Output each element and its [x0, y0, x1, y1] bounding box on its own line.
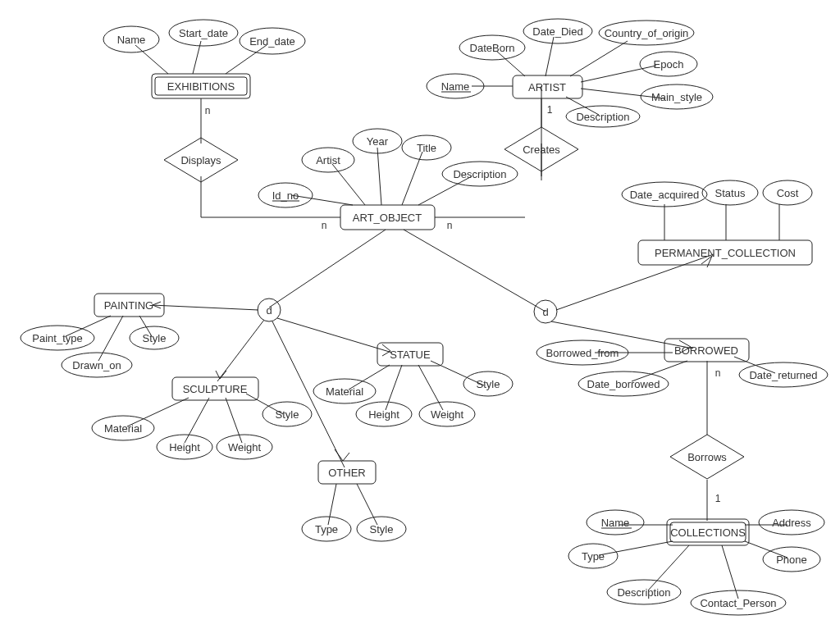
disjoint-2-label: d: [542, 306, 548, 318]
entity-other-label: OTHER: [328, 467, 366, 479]
attr-ao-idno-label: Id_no: [272, 189, 299, 202]
edge: [570, 41, 628, 76]
edge: [277, 318, 392, 353]
edge: [226, 398, 242, 443]
attr-exh-end-label: End_date: [249, 35, 295, 48]
card-collections-1: 1: [715, 493, 721, 504]
attr-st-weight-label: Weight: [431, 408, 464, 421]
attr-exh-start-label: Start_date: [179, 27, 228, 39]
entity-painting-label: PAINTING: [104, 299, 153, 312]
edge: [551, 321, 693, 349]
edge: [98, 316, 123, 361]
entity-statue-label: STATUE: [390, 349, 431, 361]
rel-creates-label: Creates: [523, 144, 560, 156]
attr-bo-dateborrowed-label: Date_borrowed: [587, 378, 660, 390]
card-ao-right-n: n: [447, 220, 453, 231]
attr-pc-cost-label: Cost: [777, 187, 799, 199]
attr-ot-style-label: Style: [370, 523, 394, 535]
edge: [135, 45, 168, 74]
attr-ar-mainstyle-label: Main_style: [651, 91, 702, 103]
attr-sc-weight-label: Weight: [228, 441, 262, 453]
edge: [152, 305, 258, 310]
attr-pa-drawnon-label: Drawn_on: [72, 359, 121, 371]
edge: [404, 230, 546, 312]
entity-borrowed-label: BORROWED: [674, 344, 738, 357]
attr-co-phone-label: Phone: [776, 554, 807, 566]
disjoint-1-label: d: [266, 304, 272, 317]
edge: [599, 541, 673, 555]
edge: [556, 254, 714, 310]
attr-ao-title-label: Title: [417, 142, 436, 154]
card-ao-left-n: n: [322, 220, 327, 231]
entity-art-object-label: ART_OBJECT: [353, 212, 422, 224]
entity-sculpture-label: SCULPTURE: [183, 383, 248, 395]
attr-sc-height-label: Height: [169, 441, 200, 453]
card-exh-n: n: [205, 105, 211, 116]
edge: [418, 176, 472, 205]
entity-permanent-collection-label: PERMANENT_COLLECTION: [655, 247, 796, 259]
attr-bo-from-label: Borrowed_from: [546, 347, 619, 359]
attr-ao-desc-label: Description: [453, 168, 506, 180]
edge: [332, 164, 365, 205]
er-diagram: EXHIBITIONS ART_OBJECT ARTIST PAINTING S…: [0, 0, 840, 638]
attr-st-style-label: Style: [477, 378, 500, 390]
attr-bo-datereturned-label: Date_returned: [749, 369, 817, 381]
attr-ao-artist-label: Artist: [316, 154, 340, 166]
edge: [328, 484, 336, 525]
attr-ar-epoch-label: Epoch: [654, 58, 684, 71]
rel-displays-label: Displays: [180, 154, 221, 166]
attr-exh-name-label: Name: [117, 34, 146, 46]
attr-co-address-label: Address: [772, 517, 811, 529]
edge: [418, 365, 443, 410]
attr-co-type-label: Type: [582, 550, 605, 563]
attr-co-contact-label: Contact_Person: [700, 597, 776, 609]
edge: [217, 320, 264, 381]
attr-pc-dateacq-label: Date_acquired: [630, 189, 700, 201]
card-borrowed-n: n: [715, 367, 721, 379]
edge: [581, 66, 656, 82]
attr-pc-status-label: Status: [715, 187, 746, 199]
edge: [377, 148, 381, 205]
attr-ar-country-label: Country_of_origin: [605, 27, 689, 39]
attr-ar-desc-label: Description: [576, 111, 629, 123]
attr-st-material-label: Material: [326, 385, 363, 398]
edge: [648, 545, 689, 590]
attr-pa-painttype-label: Paint_type: [32, 332, 82, 344]
edge: [226, 45, 267, 74]
entity-collections-label: COLLECTIONS: [670, 526, 746, 539]
attr-co-name-label: Name: [601, 517, 630, 529]
attr-sc-material-label: Material: [104, 422, 142, 435]
entity-artist-label: ARTIST: [528, 81, 566, 93]
edge: [269, 230, 386, 308]
card-artist-1: 1: [547, 104, 553, 116]
edge: [496, 51, 525, 76]
attr-ot-type-label: Type: [315, 523, 338, 535]
attr-ao-year-label: Year: [367, 135, 389, 148]
edge: [386, 365, 402, 410]
attr-co-desc-label: Description: [617, 586, 670, 599]
attr-ar-name-label: Name: [441, 80, 470, 93]
attr-ar-datedied-label: Date_Died: [532, 25, 582, 38]
attr-st-height-label: Height: [368, 408, 399, 421]
rel-borrows-label: Borrows: [687, 451, 727, 463]
edge: [291, 195, 353, 205]
attr-pa-style-label: Style: [143, 332, 167, 344]
attr-sc-style-label: Style: [276, 408, 299, 421]
attr-ar-dateborn-label: DateBorn: [470, 42, 515, 54]
entity-exhibitions-label: EXHIBITIONS: [167, 80, 235, 93]
edge: [201, 176, 340, 217]
